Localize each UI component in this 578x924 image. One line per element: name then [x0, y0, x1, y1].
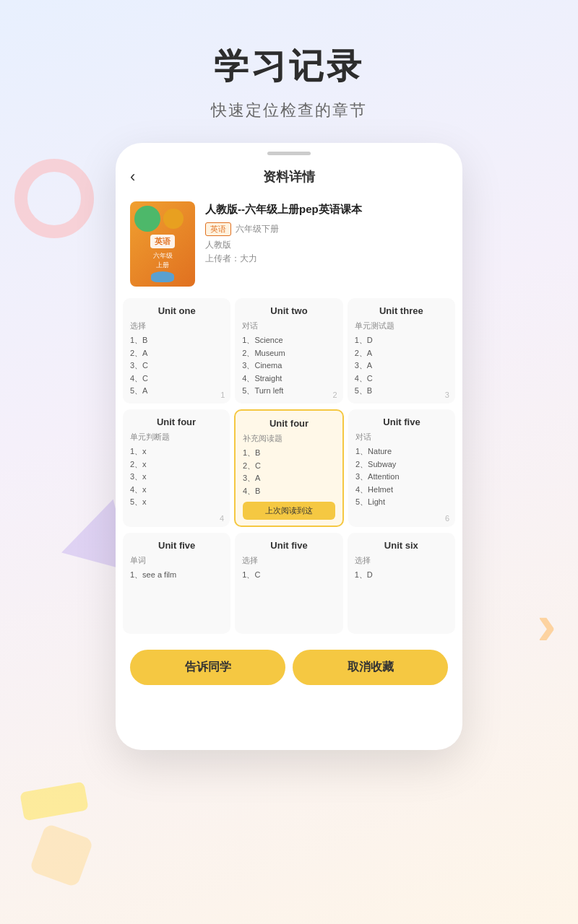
- unit-four-a-page: 4: [220, 514, 224, 523]
- back-button[interactable]: ‹: [130, 167, 135, 186]
- book-info: 英语 六年级上册 人教版--六年级上册pep英语课本 英语 六年级下册 人教版 …: [116, 194, 462, 298]
- unit-card-two[interactable]: Unit two 对话 1、Science 2、Museum 3、Cinema …: [235, 298, 342, 404]
- unit-two-item-3: 3、Cinema: [242, 359, 335, 372]
- unit-two-subtitle: 对话: [242, 321, 335, 331]
- app-header: ‹ 资料详情: [116, 160, 462, 194]
- unit-four-b-item-3: 3、A: [243, 472, 335, 485]
- bottom-buttons: 告诉同学 取消收藏: [116, 640, 462, 692]
- unit-five-c-subtitle: 选择: [242, 555, 335, 566]
- uploader-label: 上传者：大力: [205, 253, 448, 265]
- unit-five-a-item-4: 4、Helmet: [355, 484, 448, 497]
- uncollect-button[interactable]: 取消收藏: [293, 650, 448, 685]
- decorative-circle: [14, 159, 94, 238]
- unit-three-item-4: 4、C: [355, 372, 448, 385]
- unit-three-item-2: 2、A: [355, 347, 448, 360]
- publisher-label: 人教版: [205, 239, 448, 251]
- subject-tag: 英语: [205, 222, 231, 236]
- unit-four-b-item-1: 1、B: [243, 447, 335, 460]
- unit-one-page: 1: [220, 391, 225, 399]
- unit-one-item-2: 2、A: [130, 347, 223, 360]
- unit-four-a-item-4: 4、x: [130, 484, 223, 497]
- decorative-chevron: ›: [537, 592, 556, 658]
- unit-five-b-title: Unit five: [130, 540, 223, 551]
- unit-four-a-item-2: 2、x: [130, 458, 223, 471]
- unit-card-three[interactable]: Unit three 单元测试题 1、D 2、A 3、A 4、C 5、B 3: [348, 298, 455, 404]
- hero-title: 学习记录: [0, 43, 578, 90]
- decorative-yellow: [20, 781, 89, 821]
- hero-subtitle: 快速定位检查的章节: [0, 100, 578, 121]
- unit-two-page: 2: [333, 391, 337, 399]
- book-title: 人教版--六年级上册pep英语课本: [205, 201, 448, 217]
- unit-four-a-item-3: 3、x: [130, 471, 223, 484]
- unit-four-b-subtitle: 补充阅读题: [243, 433, 335, 444]
- cover-decor-green: [134, 206, 160, 232]
- units-row-2: Unit four 单元判断题 1、x 2、x 3、x 4、x 5、x 4 Un…: [123, 409, 455, 527]
- grade-tag: 六年级下册: [236, 223, 279, 235]
- cover-decor-orange: [163, 209, 184, 229]
- unit-five-a-title: Unit five: [355, 417, 448, 427]
- unit-five-c-title: Unit five: [242, 540, 335, 551]
- unit-four-a-subtitle: 单元判断题: [130, 432, 223, 443]
- unit-card-four-b[interactable]: Unit four 补充阅读题 1、B 2、C 3、A 4、B 上次阅读到这: [234, 409, 344, 527]
- cover-figure: [151, 271, 174, 282]
- unit-two-item-5: 5、Turn left: [242, 385, 335, 398]
- phone-top-bar: [116, 143, 462, 160]
- unit-six-title: Unit six: [355, 540, 448, 551]
- last-read-button[interactable]: 上次阅读到这: [243, 502, 335, 520]
- unit-one-subtitle: 选择: [130, 321, 223, 331]
- unit-six-item-1: 1、D: [355, 569, 448, 582]
- book-cover[interactable]: 英语 六年级上册: [130, 201, 195, 287]
- units-row-3: Unit five 单词 1、see a film Unit five 选择 1…: [123, 533, 455, 634]
- unit-one-item-4: 4、C: [130, 372, 223, 385]
- unit-four-a-item-5: 5、x: [130, 496, 223, 509]
- unit-one-item-1: 1、B: [130, 334, 223, 347]
- unit-four-b-item-2: 2、C: [243, 460, 335, 473]
- unit-three-subtitle: 单元测试题: [355, 321, 448, 331]
- unit-card-four-a[interactable]: Unit four 单元判断题 1、x 2、x 3、x 4、x 5、x 4: [123, 409, 230, 527]
- hero-header: 学习记录 快速定位检查的章节: [0, 0, 578, 143]
- unit-one-item-3: 3、C: [130, 359, 223, 372]
- unit-five-a-subtitle: 对话: [355, 432, 448, 443]
- unit-two-title: Unit two: [242, 305, 335, 316]
- unit-card-five-b[interactable]: Unit five 单词 1、see a film: [123, 533, 230, 634]
- unit-card-five-a[interactable]: Unit five 对话 1、Nature 2、Subway 3、Attenti…: [348, 409, 455, 527]
- unit-three-item-1: 1、D: [355, 334, 448, 347]
- decorative-square: [29, 823, 94, 888]
- unit-five-a-item-1: 1、Nature: [355, 445, 448, 458]
- unit-six-subtitle: 选择: [355, 555, 448, 566]
- unit-four-a-item-1: 1、x: [130, 445, 223, 458]
- unit-card-one[interactable]: Unit one 选择 1、B 2、A 3、C 4、C 5、A 1: [123, 298, 230, 404]
- unit-five-a-item-3: 3、Attention: [355, 471, 448, 484]
- unit-card-six[interactable]: Unit six 选择 1、D: [348, 533, 455, 634]
- unit-five-a-page: 6: [445, 514, 449, 523]
- unit-three-item-3: 3、A: [355, 359, 448, 372]
- unit-five-a-item-5: 5、Light: [355, 496, 448, 509]
- phone-notch: [267, 152, 311, 155]
- units-container: Unit one 选择 1、B 2、A 3、C 4、C 5、A 1 Unit t…: [116, 298, 462, 640]
- cover-subject-label: 英语: [150, 235, 175, 248]
- phone-mockup: ‹ 资料详情 英语 六年级上册 人教版--六年级上册pep英语课本 英语 六年级…: [116, 143, 462, 750]
- unit-four-a-title: Unit four: [130, 417, 223, 427]
- unit-two-item-1: 1、Science: [242, 334, 335, 347]
- unit-five-c-item-1: 1、C: [242, 569, 335, 582]
- cover-grade-label: 六年级上册: [153, 251, 173, 270]
- units-row-1: Unit one 选择 1、B 2、A 3、C 4、C 5、A 1 Unit t…: [123, 298, 455, 404]
- book-tags: 英语 六年级下册: [205, 222, 448, 236]
- unit-card-five-c[interactable]: Unit five 选择 1、C: [235, 533, 342, 634]
- unit-five-b-subtitle: 单词: [130, 555, 223, 566]
- book-details: 人教版--六年级上册pep英语课本 英语 六年级下册 人教版 上传者：大力: [205, 201, 448, 287]
- page-title: 资料详情: [263, 168, 315, 186]
- unit-four-b-title: Unit four: [243, 418, 335, 429]
- unit-one-title: Unit one: [130, 305, 223, 316]
- unit-five-b-item-1: 1、see a film: [130, 569, 223, 582]
- unit-three-item-5: 5、B: [355, 385, 448, 398]
- unit-three-page: 3: [445, 391, 449, 399]
- unit-three-title: Unit three: [355, 305, 448, 316]
- unit-four-b-item-4: 4、B: [243, 485, 335, 498]
- unit-two-item-2: 2、Museum: [242, 347, 335, 360]
- unit-one-item-5: 5、A: [130, 385, 223, 398]
- unit-five-a-item-2: 2、Subway: [355, 458, 448, 471]
- tell-classmates-button[interactable]: 告诉同学: [130, 650, 285, 685]
- unit-two-item-4: 4、Straight: [242, 372, 335, 385]
